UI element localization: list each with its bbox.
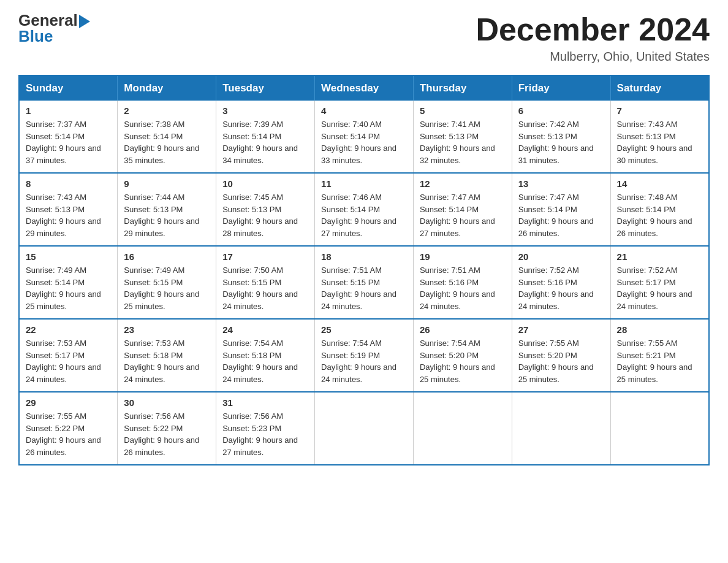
calendar-cell: 31Sunrise: 7:56 AMSunset: 5:23 PMDayligh… (216, 392, 315, 465)
day-of-week-header: Saturday (610, 75, 709, 101)
calendar-cell: 17Sunrise: 7:50 AMSunset: 5:15 PMDayligh… (216, 246, 315, 319)
day-info: Sunrise: 7:56 AMSunset: 5:22 PMDaylight:… (124, 410, 210, 458)
page-header: General Blue December 2024 Mulberry, Ohi… (18, 12, 710, 64)
day-info: Sunrise: 7:56 AMSunset: 5:23 PMDaylight:… (222, 410, 308, 458)
title-area: December 2024 Mulberry, Ohio, United Sta… (476, 12, 710, 64)
day-info: Sunrise: 7:53 AMSunset: 5:17 PMDaylight:… (26, 337, 111, 385)
day-number: 1 (26, 105, 111, 116)
day-info: Sunrise: 7:47 AMSunset: 5:14 PMDaylight:… (518, 191, 604, 239)
day-number: 8 (26, 178, 111, 189)
day-number: 31 (222, 397, 308, 408)
day-number: 4 (321, 105, 407, 116)
calendar-cell: 25Sunrise: 7:54 AMSunset: 5:19 PMDayligh… (315, 319, 414, 392)
day-info: Sunrise: 7:43 AMSunset: 5:13 PMDaylight:… (617, 118, 702, 166)
day-of-week-header: Monday (118, 75, 216, 101)
calendar-cell: 2Sunrise: 7:38 AMSunset: 5:14 PMDaylight… (118, 101, 216, 173)
calendar-cell: 6Sunrise: 7:42 AMSunset: 5:13 PMDaylight… (512, 101, 610, 173)
calendar-cell: 4Sunrise: 7:40 AMSunset: 5:14 PMDaylight… (315, 101, 414, 173)
calendar-cell: 16Sunrise: 7:49 AMSunset: 5:15 PMDayligh… (118, 246, 216, 319)
calendar-cell: 26Sunrise: 7:54 AMSunset: 5:20 PMDayligh… (413, 319, 512, 392)
logo-general: General (18, 12, 78, 28)
day-info: Sunrise: 7:44 AMSunset: 5:13 PMDaylight:… (124, 191, 210, 239)
day-number: 24 (222, 324, 308, 335)
day-info: Sunrise: 7:43 AMSunset: 5:13 PMDaylight:… (26, 191, 111, 239)
calendar-cell: 12Sunrise: 7:47 AMSunset: 5:14 PMDayligh… (413, 173, 512, 246)
day-of-week-header: Tuesday (216, 75, 315, 101)
day-info: Sunrise: 7:55 AMSunset: 5:22 PMDaylight:… (26, 410, 111, 458)
day-number: 27 (518, 324, 604, 335)
calendar-cell: 23Sunrise: 7:53 AMSunset: 5:18 PMDayligh… (118, 319, 216, 392)
day-info: Sunrise: 7:51 AMSunset: 5:16 PMDaylight:… (420, 264, 506, 312)
day-info: Sunrise: 7:49 AMSunset: 5:14 PMDaylight:… (26, 264, 111, 312)
svg-marker-0 (79, 15, 90, 28)
day-info: Sunrise: 7:38 AMSunset: 5:14 PMDaylight:… (124, 118, 210, 166)
day-number: 7 (617, 105, 702, 116)
calendar-cell (610, 392, 709, 465)
day-number: 5 (420, 105, 506, 116)
calendar-cell: 24Sunrise: 7:54 AMSunset: 5:18 PMDayligh… (216, 319, 315, 392)
day-number: 17 (222, 251, 308, 262)
day-number: 12 (420, 178, 506, 189)
day-info: Sunrise: 7:39 AMSunset: 5:14 PMDaylight:… (222, 118, 308, 166)
day-info: Sunrise: 7:45 AMSunset: 5:13 PMDaylight:… (222, 191, 308, 239)
day-number: 22 (26, 324, 111, 335)
day-info: Sunrise: 7:47 AMSunset: 5:14 PMDaylight:… (420, 191, 506, 239)
calendar-cell: 13Sunrise: 7:47 AMSunset: 5:14 PMDayligh… (512, 173, 610, 246)
location: Mulberry, Ohio, United States (476, 50, 710, 64)
calendar-cell: 1Sunrise: 7:37 AMSunset: 5:14 PMDaylight… (19, 101, 118, 173)
day-number: 19 (420, 251, 506, 262)
day-number: 25 (321, 324, 407, 335)
day-info: Sunrise: 7:52 AMSunset: 5:16 PMDaylight:… (518, 264, 604, 312)
day-info: Sunrise: 7:37 AMSunset: 5:14 PMDaylight:… (26, 118, 111, 166)
day-info: Sunrise: 7:52 AMSunset: 5:17 PMDaylight:… (617, 264, 702, 312)
day-info: Sunrise: 7:54 AMSunset: 5:20 PMDaylight:… (420, 337, 506, 385)
day-number: 11 (321, 178, 407, 189)
day-info: Sunrise: 7:40 AMSunset: 5:14 PMDaylight:… (321, 118, 407, 166)
day-number: 6 (518, 105, 604, 116)
day-info: Sunrise: 7:49 AMSunset: 5:15 PMDaylight:… (124, 264, 210, 312)
day-number: 30 (124, 397, 210, 408)
day-number: 14 (617, 178, 702, 189)
month-title: December 2024 (476, 12, 710, 47)
day-number: 2 (124, 105, 210, 116)
calendar-cell: 27Sunrise: 7:55 AMSunset: 5:20 PMDayligh… (512, 319, 610, 392)
day-info: Sunrise: 7:42 AMSunset: 5:13 PMDaylight:… (518, 118, 604, 166)
day-of-week-header: Thursday (413, 75, 512, 101)
logo: General Blue (18, 12, 90, 44)
day-of-week-header: Wednesday (315, 75, 414, 101)
logo-blue: Blue (18, 27, 53, 45)
calendar-cell: 22Sunrise: 7:53 AMSunset: 5:17 PMDayligh… (19, 319, 118, 392)
day-info: Sunrise: 7:53 AMSunset: 5:18 PMDaylight:… (124, 337, 210, 385)
calendar-cell: 29Sunrise: 7:55 AMSunset: 5:22 PMDayligh… (19, 392, 118, 465)
day-number: 16 (124, 251, 210, 262)
calendar-cell: 14Sunrise: 7:48 AMSunset: 5:14 PMDayligh… (610, 173, 709, 246)
calendar-cell: 5Sunrise: 7:41 AMSunset: 5:13 PMDaylight… (413, 101, 512, 173)
day-of-week-header: Sunday (19, 75, 118, 101)
calendar-cell: 20Sunrise: 7:52 AMSunset: 5:16 PMDayligh… (512, 246, 610, 319)
day-number: 9 (124, 178, 210, 189)
calendar-cell: 28Sunrise: 7:55 AMSunset: 5:21 PMDayligh… (610, 319, 709, 392)
calendar-cell (512, 392, 610, 465)
calendar-cell: 19Sunrise: 7:51 AMSunset: 5:16 PMDayligh… (413, 246, 512, 319)
calendar-table: SundayMondayTuesdayWednesdayThursdayFrid… (18, 75, 710, 465)
day-info: Sunrise: 7:55 AMSunset: 5:21 PMDaylight:… (617, 337, 702, 385)
day-info: Sunrise: 7:54 AMSunset: 5:19 PMDaylight:… (321, 337, 407, 385)
calendar-cell: 3Sunrise: 7:39 AMSunset: 5:14 PMDaylight… (216, 101, 315, 173)
calendar-cell: 15Sunrise: 7:49 AMSunset: 5:14 PMDayligh… (19, 246, 118, 319)
day-number: 20 (518, 251, 604, 262)
day-number: 13 (518, 178, 604, 189)
calendar-cell: 11Sunrise: 7:46 AMSunset: 5:14 PMDayligh… (315, 173, 414, 246)
calendar-cell: 8Sunrise: 7:43 AMSunset: 5:13 PMDaylight… (19, 173, 118, 246)
day-number: 21 (617, 251, 702, 262)
day-info: Sunrise: 7:55 AMSunset: 5:20 PMDaylight:… (518, 337, 604, 385)
day-number: 28 (617, 324, 702, 335)
day-number: 18 (321, 251, 407, 262)
logo-arrow-icon (79, 15, 90, 28)
day-number: 23 (124, 324, 210, 335)
calendar-cell: 21Sunrise: 7:52 AMSunset: 5:17 PMDayligh… (610, 246, 709, 319)
calendar-cell: 30Sunrise: 7:56 AMSunset: 5:22 PMDayligh… (118, 392, 216, 465)
calendar-cell: 18Sunrise: 7:51 AMSunset: 5:15 PMDayligh… (315, 246, 414, 319)
day-info: Sunrise: 7:54 AMSunset: 5:18 PMDaylight:… (222, 337, 308, 385)
calendar-cell: 10Sunrise: 7:45 AMSunset: 5:13 PMDayligh… (216, 173, 315, 246)
day-info: Sunrise: 7:48 AMSunset: 5:14 PMDaylight:… (617, 191, 702, 239)
